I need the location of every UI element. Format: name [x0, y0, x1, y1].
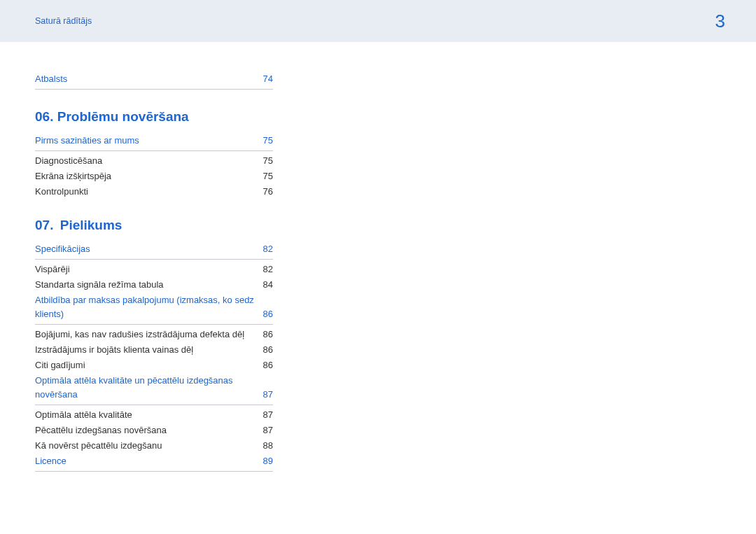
toc-link-page: 75 [263, 134, 273, 148]
toc-item[interactable]: Ekrāna izšķirtspēja 75 [35, 169, 273, 184]
toc-link[interactable]: Pirms sazināties ar mums 75 [35, 133, 273, 151]
page-number: 3 [715, 10, 725, 32]
toc-link[interactable]: Atbildība par maksas pakalpojumu (izmaks… [35, 293, 273, 325]
toc-item-label: Standarta signāla režīma tabula [35, 278, 164, 292]
toc-item-page: 88 [263, 439, 273, 453]
toc-item-page: 86 [263, 358, 273, 372]
toc-link-page: 89 [263, 454, 273, 468]
toc-item-page: 84 [263, 278, 273, 292]
toc-link-label: Specifikācijas [35, 242, 90, 256]
toc-item-label: Ekrāna izšķirtspēja [35, 169, 111, 183]
toc-item-label: Optimāla attēla kvalitāte [35, 408, 132, 422]
toc-item[interactable]: Bojājumi, kas nav radušies izstrādājuma … [35, 327, 273, 342]
page-header: Saturā rādītājs 3 [0, 0, 756, 42]
toc-link-label: Atbalsts [35, 72, 67, 86]
toc-item-page: 75 [263, 169, 273, 183]
toc-link-page: 86 [263, 307, 273, 321]
toc-item-label: Diagnosticēšana [35, 154, 102, 168]
toc-item-label: Bojājumi, kas nav radušies izstrādājuma … [35, 328, 244, 342]
toc-item-label: Kontrolpunkti [35, 185, 88, 199]
toc-item-page: 82 [263, 262, 273, 276]
toc-content: Atbalsts 74 06. Problēmu novēršana Pirms… [0, 42, 308, 472]
toc-item[interactable]: Kā novērst pēcattēlu izdegšanu 88 [35, 438, 273, 454]
toc-link[interactable]: Optimāla attēla kvalitāte un pēcattēlu i… [35, 373, 273, 405]
toc-link-page: 87 [263, 388, 273, 402]
toc-item-label: Citi gadījumi [35, 358, 85, 372]
toc-item[interactable]: Optimāla attēla kvalitāte 87 [35, 407, 273, 423]
toc-link-licence[interactable]: Licence 89 [35, 454, 273, 472]
toc-link-label-line1: Optimāla attēla kvalitāte un pēcattēlu i… [35, 374, 273, 388]
toc-link-label-line2: klients) [35, 307, 64, 321]
toc-item[interactable]: Vispārēji 82 [35, 262, 273, 277]
toc-item-label: Vispārēji [35, 262, 70, 276]
toc-item-page: 87 [263, 423, 273, 437]
toc-item-page: 86 [263, 343, 273, 357]
toc-link-page: 74 [263, 72, 273, 86]
toc-item-label: Pēcattēlu izdegšanas novēršana [35, 423, 167, 437]
toc-item-page: 87 [263, 408, 273, 422]
toc-item[interactable]: Citi gadījumi 86 [35, 358, 273, 373]
toc-item-page: 86 [263, 328, 273, 342]
section-heading-06: 06. Problēmu novēršana [35, 109, 273, 125]
toc-item[interactable]: Kontrolpunkti 76 [35, 184, 273, 199]
toc-link-label: Pirms sazināties ar mums [35, 134, 139, 148]
toc-item-page: 75 [263, 154, 273, 168]
toc-item-label: Kā novērst pēcattēlu izdegšanu [35, 439, 162, 453]
toc-item[interactable]: Diagnosticēšana 75 [35, 153, 273, 169]
toc-item[interactable]: Izstrādājums ir bojāts klienta vainas dē… [35, 342, 273, 358]
toc-item-page: 76 [263, 185, 273, 199]
toc-item[interactable]: Standarta signāla režīma tabula 84 [35, 277, 273, 293]
toc-item[interactable]: Pēcattēlu izdegšanas novēršana 87 [35, 423, 273, 438]
toc-link-label-line2: novēršana [35, 388, 78, 402]
section-heading-07: 07. Pielikums [35, 218, 273, 233]
toc-link-atbalsts[interactable]: Atbalsts 74 [35, 71, 273, 90]
toc-item-label: Izstrādājums ir bojāts klienta vainas dē… [35, 343, 193, 357]
toc-link-page: 82 [263, 242, 273, 256]
toc-link[interactable]: Specifikācijas 82 [35, 241, 273, 260]
toc-link-label-line1: Atbildība par maksas pakalpojumu (izmaks… [35, 293, 273, 307]
toc-link-label: Licence [35, 454, 66, 468]
breadcrumb[interactable]: Saturā rādītājs [35, 16, 92, 26]
